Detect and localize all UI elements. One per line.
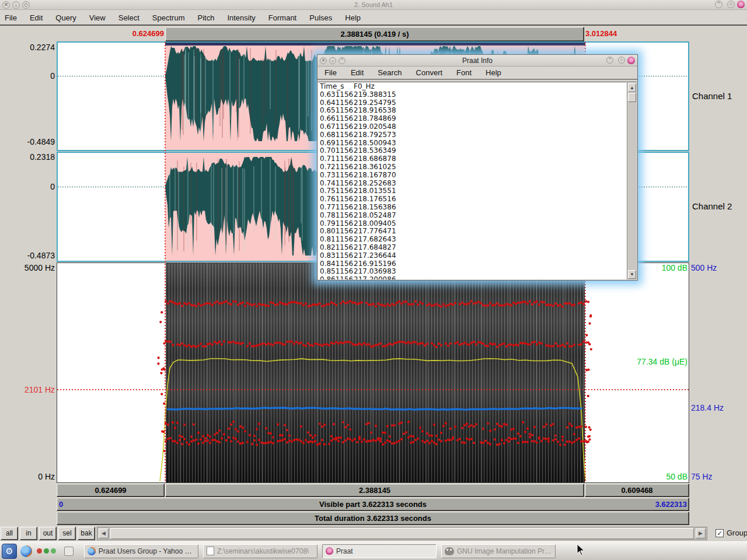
ch2-max-label: 0.2318 bbox=[0, 152, 55, 162]
selection-after-bar[interactable]: 0.609468 bbox=[585, 484, 689, 497]
praat-info-window[interactable]: ✕ ⌄ ⌃ Praat Info ⌃ ○ FileEditSearchConve… bbox=[317, 54, 638, 281]
praat-rose-icon bbox=[737, 1, 745, 8]
ch2-zero-label: 0 bbox=[0, 182, 55, 191]
info-menu-search[interactable]: Search bbox=[378, 68, 402, 77]
scroll-down-icon[interactable]: ▼ bbox=[628, 270, 636, 279]
menu-icon[interactable]: ○ bbox=[727, 1, 735, 8]
time-scrollbar[interactable]: ◀ ▶ bbox=[97, 527, 707, 540]
group-checkbox[interactable]: ✓ bbox=[715, 529, 724, 537]
channel-2-label: Channel 2 bbox=[692, 201, 732, 211]
f0-row: 0.651156218.916538 bbox=[320, 107, 626, 115]
db-top-label: 100 dB bbox=[630, 263, 687, 272]
pager-icon[interactable] bbox=[64, 547, 74, 556]
frequency-cursor-line bbox=[57, 389, 689, 390]
group-label: Group bbox=[727, 528, 747, 537]
channel-1-label: Channel 1 bbox=[692, 91, 732, 101]
hz-right-top-label: 500 Hz bbox=[691, 263, 717, 272]
firefox-icon bbox=[88, 547, 96, 555]
ruler-time-right: 3.012844 bbox=[585, 29, 690, 38]
green-dot-icon[interactable] bbox=[51, 548, 56, 554]
f0-row: 0.841156216.915196 bbox=[320, 260, 626, 268]
menu-bar: FileEditQueryViewSelectSpectrumPitchInte… bbox=[0, 10, 747, 26]
f0-row: 0.751156218.013551 bbox=[320, 187, 626, 195]
info-content-area[interactable]: Time_sF0_Hz 0.631156219.3883150.64115621… bbox=[318, 82, 637, 279]
selection-duration-button[interactable]: 2.388145 (0.419 / s) bbox=[165, 27, 584, 41]
info-menu-help[interactable]: Help bbox=[486, 68, 501, 77]
f0-row: 0.831156217.236644 bbox=[320, 252, 626, 260]
f0-row: 0.861156217.200086 bbox=[320, 276, 626, 279]
scrollbar-thumb[interactable] bbox=[628, 93, 636, 102]
f0-row: 0.661156218.784869 bbox=[320, 115, 626, 123]
selection-start-line[interactable] bbox=[165, 42, 166, 482]
scroll-right-icon[interactable]: ▶ bbox=[696, 528, 706, 538]
spec-cursor-hz-label: 2101 Hz bbox=[0, 385, 55, 394]
f0-row: 0.641156219.254795 bbox=[320, 99, 626, 107]
menu-spectrum[interactable]: Spectrum bbox=[152, 13, 185, 22]
document-icon bbox=[207, 547, 214, 555]
task-file-manager[interactable]: Z:\seminars\akustikwise0708\ bbox=[203, 544, 317, 558]
time-scrollbar-thumb[interactable] bbox=[110, 528, 694, 539]
menu-edit[interactable]: Edit bbox=[30, 13, 43, 22]
menu-file[interactable]: File bbox=[5, 13, 17, 22]
menu-view[interactable]: View bbox=[89, 13, 106, 22]
task-praat[interactable]: Praat bbox=[322, 544, 437, 558]
window-title: 2. Sound Ah1 bbox=[0, 1, 747, 8]
scroll-up-icon[interactable]: ▲ bbox=[628, 83, 636, 92]
zoom-bak-button[interactable]: bak bbox=[78, 527, 95, 540]
info-window-title: Praat Info bbox=[317, 57, 637, 65]
unshade-icon[interactable]: ⌃ bbox=[715, 1, 722, 8]
zoom-sel-button[interactable]: sel bbox=[58, 527, 76, 540]
menu-pulses[interactable]: Pulses bbox=[309, 13, 332, 22]
info-menu-bar: FileEditSearchConvertFontHelp bbox=[317, 66, 637, 80]
visible-part-label: Visible part 3.622313 seconds bbox=[319, 500, 427, 509]
start-menu-icon[interactable]: ⚙ bbox=[2, 544, 17, 559]
firefox-launcher-icon[interactable] bbox=[20, 545, 32, 557]
info-scrollbar[interactable]: ▲ ▼ bbox=[627, 83, 637, 279]
db-bottom-label: 50 dB bbox=[630, 472, 687, 481]
red-dot-icon[interactable] bbox=[37, 548, 42, 554]
task-firefox[interactable]: Praat Users Group - Yahoo Gro bbox=[84, 544, 198, 558]
info-menu-edit[interactable]: Edit bbox=[351, 68, 364, 77]
menu-intensity[interactable]: Intensity bbox=[227, 13, 255, 22]
info-menu-font[interactable]: Font bbox=[456, 68, 472, 77]
menu-formant[interactable]: Formant bbox=[268, 13, 296, 22]
intensity-value-label: 77.34 dB (μE) bbox=[607, 357, 687, 366]
ch2-min-label: -0.4873 bbox=[0, 251, 55, 260]
ch1-max-label: 0.2274 bbox=[0, 43, 55, 52]
zoom-in-button[interactable]: in bbox=[20, 527, 37, 540]
spectrogram-panel[interactable] bbox=[57, 262, 689, 483]
praat-sound-editor-window: ✕ ⌄ ◇ 2. Sound Ah1 ⌃ ○ FileEditQueryView… bbox=[0, 0, 747, 560]
unshade-icon[interactable]: ⌃ bbox=[606, 57, 613, 64]
f0-row: 0.671156219.020548 bbox=[320, 123, 626, 131]
menu-icon[interactable]: ○ bbox=[618, 57, 625, 64]
spectrogram-overlays bbox=[57, 263, 689, 482]
zoom-all-button[interactable]: all bbox=[1, 527, 18, 540]
mouse-cursor bbox=[577, 544, 586, 556]
f0-row: 0.681156218.792573 bbox=[320, 131, 626, 139]
menu-help[interactable]: Help bbox=[345, 13, 361, 22]
praat-rose-icon bbox=[326, 547, 333, 555]
f0-row: 0.801156217.776471 bbox=[320, 228, 626, 236]
visible-start: 0 bbox=[59, 498, 63, 510]
zoom-out-button[interactable]: out bbox=[39, 527, 57, 540]
scroll-left-icon[interactable]: ◀ bbox=[99, 528, 109, 538]
ruler-time-left: 0.624699 bbox=[57, 29, 164, 38]
ch1-zero-label: 0 bbox=[0, 71, 55, 80]
f0-row: 0.631156219.388315 bbox=[320, 91, 626, 99]
task-gimp[interactable]: GNU Image Manipulation Prog bbox=[441, 544, 556, 558]
hz-right-bottom-label: 75 Hz bbox=[691, 472, 713, 481]
total-duration-bar[interactable]: Total duration 3.622313 seconds bbox=[57, 512, 689, 525]
menu-query[interactable]: Query bbox=[55, 13, 76, 22]
selection-bar[interactable]: 2.388145 bbox=[165, 484, 584, 497]
info-titlebar[interactable]: ✕ ⌄ ⌃ Praat Info ⌃ ○ bbox=[317, 55, 637, 66]
f0-row: 0.791156218.009405 bbox=[320, 220, 626, 228]
menu-pitch[interactable]: Pitch bbox=[198, 13, 215, 22]
menu-select[interactable]: Select bbox=[118, 13, 139, 22]
selection-before-bar[interactable]: 0.624699 bbox=[57, 484, 165, 497]
visible-part-bar[interactable]: 0 Visible part 3.622313 seconds 3.622313 bbox=[57, 498, 689, 511]
taskbar: ⚙ Praat Users Group - Yahoo Gro Z:\semin… bbox=[0, 541, 747, 560]
info-menu-convert[interactable]: Convert bbox=[416, 68, 443, 77]
praat-rose-icon bbox=[627, 57, 635, 64]
info-menu-file[interactable]: File bbox=[324, 68, 337, 77]
green-dot-icon[interactable] bbox=[44, 548, 49, 554]
